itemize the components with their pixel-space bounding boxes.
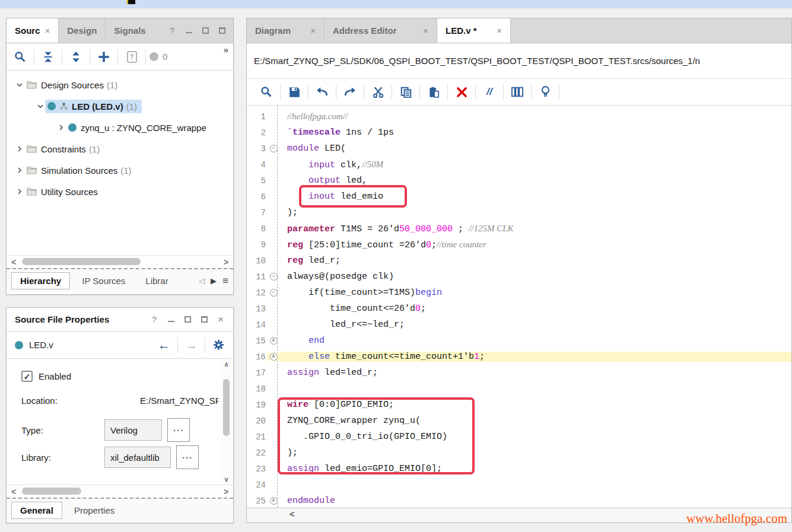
tree-item-zynq-u-zynq-core-wrappe[interactable]: zynq_u : ZYNQ_CORE_wrappe	[7, 117, 233, 138]
copy-button[interactable]	[392, 82, 419, 102]
tree-item-content[interactable]: Design Sources(1)	[24, 78, 122, 92]
code-line-2[interactable]: 2`timescale 1ns / 1ps	[247, 125, 791, 141]
chevron-right-icon[interactable]	[58, 124, 65, 131]
tree-item-design-sources[interactable]: Design Sources(1)	[7, 74, 233, 95]
fold-marker-icon[interactable]: −	[267, 289, 280, 297]
tree-item-constraints[interactable]: Constraints(1)	[7, 138, 233, 160]
find-button[interactable]	[253, 82, 280, 102]
code-line-16[interactable]: 16∧ else time_count<=time_count+1'b1;	[247, 349, 791, 365]
chevron-right-icon[interactable]	[16, 167, 23, 174]
code-line-18[interactable]: 18	[247, 381, 791, 397]
tab-scroll-right-icon[interactable]: ▶	[211, 276, 217, 285]
type-field[interactable]: Verilog	[104, 419, 162, 441]
code-line-1[interactable]: 1//hellofpga.com//	[247, 109, 791, 125]
tab-menu-icon[interactable]: ≡	[222, 275, 228, 287]
scrollbar-thumb[interactable]	[22, 258, 141, 265]
code-line-24[interactable]: 24	[247, 477, 791, 493]
tree-item-utility-sources[interactable]: Utility Sources	[7, 181, 233, 202]
cut-button[interactable]	[364, 82, 392, 102]
help-doc-button[interactable]: ?	[118, 47, 145, 67]
scroll-left-icon[interactable]: <	[8, 485, 20, 498]
help-icon[interactable]: ?	[150, 316, 158, 324]
code-line-15[interactable]: 15∧ end	[247, 333, 791, 349]
tab-scroll-left-icon[interactable]: ◁	[199, 276, 205, 285]
float-icon[interactable]	[218, 27, 226, 35]
tree-item-simulation-sources[interactable]: Simulation Sources(1)	[7, 160, 233, 181]
toggle-column-button[interactable]	[504, 82, 531, 102]
tab-diagram[interactable]: Diagram×	[247, 18, 325, 43]
tab-led-v[interactable]: LED.v *×	[437, 18, 511, 43]
scroll-down-icon[interactable]: ∨	[221, 474, 231, 485]
tree-item-content[interactable]: Simulation Sources(1)	[24, 164, 136, 177]
tab-ip-sources[interactable]: IP Sources	[74, 273, 133, 289]
code-area[interactable]: 1//hellofpga.com//2`timescale 1ns / 1ps3…	[247, 106, 791, 508]
code-line-10[interactable]: 10reg led_r;	[247, 253, 791, 269]
tab-address-editor[interactable]: Address Editor×	[325, 18, 437, 43]
forward-arrow-icon[interactable]: →	[185, 338, 198, 352]
close-icon[interactable]: ×	[45, 26, 50, 36]
tab-signals[interactable]: Signals	[106, 18, 154, 43]
fold-marker-icon[interactable]: −	[267, 145, 280, 152]
scroll-up-icon[interactable]: ∧	[221, 359, 231, 369]
chevron-down-icon[interactable]	[37, 103, 44, 110]
close-icon[interactable]: ×	[497, 26, 502, 36]
code-line-9[interactable]: 9reg [25:0]time_count =26'd0;//time coun…	[247, 237, 791, 253]
toggle-comment-button[interactable]: //	[476, 82, 503, 102]
chevron-right-icon[interactable]	[16, 145, 23, 152]
help-icon[interactable]: ?	[168, 27, 176, 35]
minimize-icon[interactable]	[167, 316, 175, 324]
tab-properties[interactable]: Properties	[66, 502, 123, 518]
message-count-badge[interactable]: 0	[146, 52, 167, 62]
fold-marker-icon[interactable]: ∧	[267, 337, 280, 345]
undo-button[interactable]	[308, 82, 336, 102]
toolbar-overflow-icon[interactable]: »	[224, 44, 228, 55]
add-sources-button[interactable]	[90, 47, 117, 67]
properties-hscrollbar[interactable]: < >	[7, 485, 233, 498]
code-line-25[interactable]: 25∧endmodule	[247, 493, 791, 508]
tab-design[interactable]: Design	[59, 18, 106, 43]
gear-icon[interactable]	[212, 339, 225, 351]
properties-vscrollbar[interactable]: ∧ ∨	[221, 359, 231, 485]
enabled-checkbox[interactable]: ✓	[21, 371, 33, 382]
code-line-17[interactable]: 17assign led=led_r;	[247, 365, 791, 381]
sources-hscrollbar[interactable]: < >	[7, 255, 233, 268]
maximize-icon[interactable]	[183, 316, 192, 324]
scroll-right-icon[interactable]: >	[220, 256, 232, 269]
tab-general[interactable]: General	[11, 502, 62, 519]
scrollbar-thumb[interactable]	[22, 488, 81, 495]
tree-item-led-led-v[interactable]: LED (LED.v)(1)	[7, 95, 233, 117]
tree-item-content[interactable]: Constraints(1)	[24, 142, 104, 156]
scroll-right-icon[interactable]: >	[220, 485, 232, 498]
maximize-icon[interactable]	[201, 27, 209, 35]
library-field[interactable]: xil_defaultlib	[104, 447, 171, 468]
tree-item-content[interactable]: zynq_u : ZYNQ_CORE_wrappe	[66, 121, 211, 135]
library-browse-button[interactable]: ···	[176, 445, 199, 469]
tab-hierarchy[interactable]: Hierarchy	[11, 272, 70, 289]
quickfix-button[interactable]	[532, 82, 559, 102]
paste-button[interactable]	[420, 82, 447, 102]
chevron-down-icon[interactable]	[16, 81, 23, 88]
minimize-icon[interactable]	[185, 27, 193, 35]
code-line-4[interactable]: 4 input clk,//50M	[247, 157, 791, 173]
float-icon[interactable]	[200, 316, 208, 324]
back-arrow-icon[interactable]: ←	[158, 338, 170, 352]
expand-all-button[interactable]	[62, 47, 90, 67]
scrollbar-thumb[interactable]	[223, 379, 230, 436]
tree-selection[interactable]: LED (LED.v)(1)	[45, 100, 142, 113]
code-line-8[interactable]: 8parameter T1MS = 26'd50_000_000 ; //125…	[247, 221, 791, 237]
redo-button[interactable]	[336, 82, 364, 102]
fold-marker-icon[interactable]: ∧	[267, 353, 280, 361]
code-line-3[interactable]: 3−module LED(	[247, 141, 791, 157]
tree-item-content[interactable]: Utility Sources	[24, 185, 103, 199]
fold-marker-icon[interactable]: −	[267, 273, 280, 281]
close-icon[interactable]: ×	[310, 26, 316, 36]
tab-sources[interactable]: Sourc×	[7, 18, 59, 43]
close-icon[interactable]: ×	[217, 316, 225, 324]
code-line-11[interactable]: 11−always@(posedge clk)	[247, 269, 791, 285]
scroll-left-icon[interactable]: <	[8, 256, 20, 269]
fold-marker-icon[interactable]: ∧	[267, 497, 280, 505]
code-line-12[interactable]: 12− if(time_count>=T1MS)begin	[247, 285, 791, 301]
scroll-left-icon[interactable]: <	[290, 509, 295, 519]
save-button[interactable]	[281, 82, 308, 102]
chevron-right-icon[interactable]	[16, 188, 23, 195]
